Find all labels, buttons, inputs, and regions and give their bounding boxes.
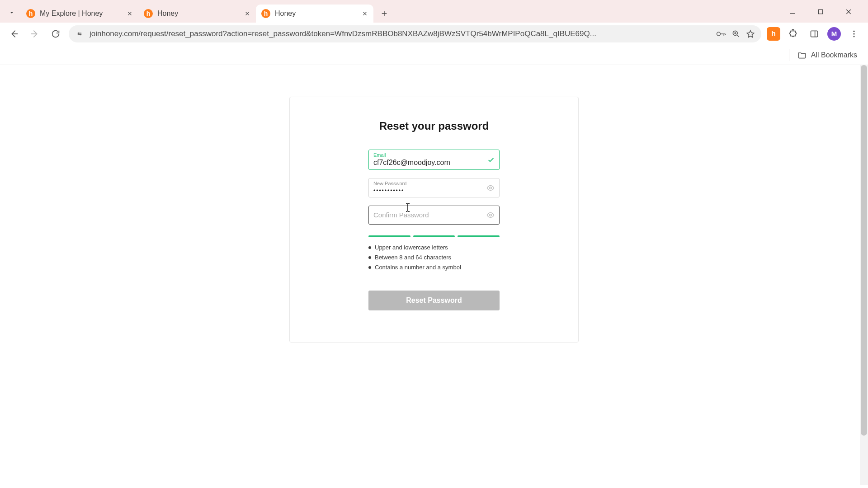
check-icon bbox=[487, 156, 495, 164]
browser-toolbar: joinhoney.com/request/reset_password?act… bbox=[0, 23, 868, 45]
close-icon bbox=[362, 11, 368, 16]
tab-favicon-icon: h bbox=[26, 9, 35, 18]
window-close-button[interactable] bbox=[841, 5, 856, 18]
requirement-item: Between 8 and 64 characters bbox=[368, 253, 500, 263]
svg-point-6 bbox=[853, 30, 854, 32]
puzzle-icon bbox=[788, 29, 798, 39]
extension-glyph: h bbox=[771, 30, 776, 38]
bookmark-star-icon[interactable] bbox=[746, 29, 755, 38]
svg-rect-5 bbox=[811, 31, 818, 37]
toggle-visibility-button[interactable] bbox=[486, 211, 495, 219]
confirm-password-field[interactable]: Confirm Password bbox=[368, 206, 500, 225]
bookmarks-bar: All Bookmarks bbox=[0, 45, 868, 65]
new-password-label: New Password bbox=[373, 181, 483, 186]
close-icon bbox=[845, 8, 852, 15]
reload-icon bbox=[51, 29, 61, 39]
kebab-icon bbox=[849, 29, 859, 38]
extensions-menu-button[interactable] bbox=[786, 26, 801, 42]
address-url: joinhoney.com/request/reset_password?act… bbox=[90, 29, 711, 38]
plus-icon bbox=[381, 10, 388, 17]
browser-tab[interactable]: h My Explore | Honey bbox=[21, 5, 138, 23]
toggle-visibility-button[interactable] bbox=[486, 184, 495, 192]
password-strength-meter bbox=[368, 235, 500, 237]
tab-close-button[interactable] bbox=[243, 9, 251, 18]
svg-point-7 bbox=[853, 33, 854, 34]
tab-close-button[interactable] bbox=[361, 9, 369, 18]
new-tab-button[interactable] bbox=[377, 6, 392, 21]
svg-point-8 bbox=[853, 36, 854, 37]
address-bar[interactable]: joinhoney.com/request/reset_password?act… bbox=[69, 25, 761, 42]
eye-icon bbox=[486, 184, 495, 192]
svg-point-1 bbox=[78, 32, 79, 33]
browser-tab-active[interactable]: h Honey bbox=[256, 5, 373, 23]
new-password-input[interactable] bbox=[373, 187, 483, 194]
tabs-dropdown-button[interactable] bbox=[5, 6, 18, 19]
reset-password-card: Reset your password Email New Password C… bbox=[289, 97, 579, 343]
arrow-left-icon bbox=[9, 29, 19, 39]
tab-favicon-icon: h bbox=[261, 9, 270, 18]
site-settings-icon[interactable] bbox=[75, 29, 84, 38]
minimize-icon bbox=[789, 8, 796, 15]
page-viewport: Reset your password Email New Password C… bbox=[0, 65, 868, 488]
nav-back-button[interactable] bbox=[6, 26, 22, 42]
email-input[interactable] bbox=[373, 158, 483, 167]
window-controls bbox=[785, 5, 863, 23]
svg-rect-0 bbox=[818, 9, 822, 14]
tab-favicon-icon: h bbox=[144, 9, 153, 18]
tab-title: Honey bbox=[157, 9, 241, 18]
close-icon bbox=[127, 11, 132, 16]
tab-close-button[interactable] bbox=[126, 9, 134, 18]
honey-extension-button[interactable]: h bbox=[767, 27, 780, 41]
new-password-field[interactable]: New Password bbox=[368, 178, 500, 197]
avatar-initial: M bbox=[831, 30, 837, 38]
password-manager-icon[interactable] bbox=[716, 30, 726, 38]
zoom-icon[interactable] bbox=[731, 29, 741, 38]
window-minimize-button[interactable] bbox=[785, 5, 800, 18]
password-requirements-list: Upper and lowercase letters Between 8 an… bbox=[368, 243, 500, 272]
tab-title: Honey bbox=[275, 9, 358, 18]
confirm-password-placeholder: Confirm Password bbox=[373, 209, 483, 221]
browser-tab[interactable]: h Honey bbox=[138, 5, 256, 23]
close-icon bbox=[245, 11, 250, 16]
requirement-item: Contains a number and a symbol bbox=[368, 263, 500, 272]
profile-avatar-button[interactable]: M bbox=[827, 27, 841, 41]
svg-point-3 bbox=[717, 32, 721, 36]
maximize-icon bbox=[817, 9, 824, 15]
requirement-item: Upper and lowercase letters bbox=[368, 243, 500, 253]
email-field[interactable]: Email bbox=[368, 150, 500, 170]
email-label: Email bbox=[373, 153, 483, 158]
svg-point-10 bbox=[490, 214, 492, 216]
folder-icon bbox=[797, 51, 807, 60]
divider bbox=[789, 49, 789, 61]
reset-password-button[interactable]: Reset Password bbox=[368, 291, 500, 310]
svg-point-2 bbox=[80, 34, 81, 35]
chevron-down-icon bbox=[9, 9, 15, 16]
browser-tabstrip: h My Explore | Honey h Honey h Honey bbox=[0, 0, 868, 23]
svg-point-9 bbox=[490, 187, 492, 189]
side-panel-icon bbox=[810, 29, 819, 38]
strength-segment bbox=[413, 235, 455, 237]
chrome-menu-button[interactable] bbox=[846, 26, 862, 42]
eye-icon bbox=[486, 211, 495, 219]
strength-segment bbox=[458, 235, 500, 237]
page-title: Reset your password bbox=[379, 120, 489, 132]
nav-reload-button[interactable] bbox=[48, 26, 63, 42]
all-bookmarks-button[interactable]: All Bookmarks bbox=[797, 51, 857, 60]
vertical-scrollbar[interactable] bbox=[860, 65, 868, 485]
scrollbar-thumb[interactable] bbox=[861, 65, 867, 436]
window-maximize-button[interactable] bbox=[813, 5, 828, 18]
all-bookmarks-label: All Bookmarks bbox=[811, 51, 857, 59]
strength-segment bbox=[368, 235, 410, 237]
nav-forward-button[interactable] bbox=[27, 26, 42, 42]
tab-title: My Explore | Honey bbox=[40, 9, 123, 18]
arrow-right-icon bbox=[30, 29, 40, 39]
side-panel-button[interactable] bbox=[807, 26, 822, 42]
